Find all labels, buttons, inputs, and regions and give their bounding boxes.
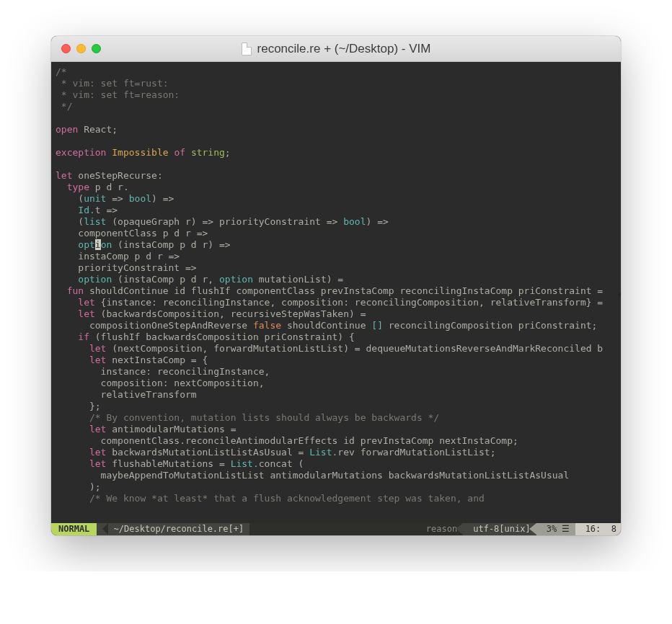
code-line: let oneStepRecurse: bbox=[56, 170, 616, 182]
code-line: /* bbox=[56, 66, 616, 78]
code-line: if (flushIf backwardsComposition priCons… bbox=[56, 331, 616, 343]
encoding-segment: utf-8[unix] bbox=[463, 523, 536, 535]
minimize-button[interactable] bbox=[76, 44, 86, 53]
code-line: compositionOneStepAndReverse false shoul… bbox=[56, 320, 616, 331]
statusbar: NORMAL ~/Desktop/reconcile.re[+] reason … bbox=[51, 523, 621, 535]
file-path: ~/Desktop/reconcile.re[+] bbox=[114, 524, 244, 534]
code-line: fun shouldContinue id flushIf componentC… bbox=[56, 285, 616, 297]
position-segment: 16: 8 bbox=[575, 523, 621, 535]
close-button[interactable] bbox=[61, 44, 71, 53]
resize-handle-icon[interactable] bbox=[615, 286, 621, 303]
code-line: Id.t => bbox=[56, 205, 616, 216]
code-line: composition: nextComposition, bbox=[56, 378, 616, 389]
code-line: /* We know *at least* that a flush ackno… bbox=[56, 493, 616, 504]
code-line: * vim: set ft=rust: bbox=[56, 78, 616, 89]
code-line: maybeAppendToMutationListList antimodula… bbox=[56, 470, 616, 481]
code-line: let {instance: reconcilingInstance, comp… bbox=[56, 297, 616, 308]
path-segment: ~/Desktop/reconcile.re[+] bbox=[97, 523, 249, 535]
code-line bbox=[56, 159, 616, 170]
code-line: option (instaComp p d r, option mutation… bbox=[56, 274, 616, 285]
code-line: relativeTransform bbox=[56, 389, 616, 401]
titlebar: reconcile.re + (~/Desktop) - VIM bbox=[51, 36, 621, 62]
code-line: let nextInstaComp = { bbox=[56, 355, 616, 366]
window-title: reconcile.re + (~/Desktop) - VIM bbox=[257, 42, 431, 56]
code-line bbox=[56, 135, 616, 147]
code-line: let (backwardsComposition, recursiveStep… bbox=[56, 308, 616, 320]
code-line: type p d r. bbox=[56, 182, 616, 193]
code-line: let antimodularMutations = bbox=[56, 424, 616, 435]
traffic-lights bbox=[61, 44, 101, 53]
code-line: instaComp p d r => bbox=[56, 251, 616, 262]
code-line: (list (opaqueGraph r) => priorityConstra… bbox=[56, 216, 616, 228]
code-line: let backwardsMutationListListAsUsual = L… bbox=[56, 447, 616, 458]
percent-segment: 3% ☰ bbox=[536, 523, 576, 535]
mode-segment: NORMAL bbox=[51, 523, 97, 535]
code-line: let flushableMutations = List.concat ( bbox=[56, 458, 616, 470]
code-line: * vim: set ft=reason: bbox=[56, 89, 616, 101]
code-line: componentClass p d r => bbox=[56, 228, 616, 239]
vim-window: reconcile.re + (~/Desktop) - VIM /* * vi… bbox=[51, 36, 621, 535]
code-line: exception Impossible of string; bbox=[56, 147, 616, 159]
code-line: }; bbox=[56, 401, 616, 412]
code-line: ); bbox=[56, 481, 616, 493]
code-line: componentClass.reconcileAntimodularEffec… bbox=[56, 435, 616, 447]
code-line: instance: reconcilingInstance, bbox=[56, 366, 616, 378]
code-line: let (nextComposition, forwardMutationLis… bbox=[56, 343, 616, 355]
maximize-button[interactable] bbox=[92, 44, 101, 53]
code-line: option (instaComp p d r) => bbox=[56, 239, 616, 251]
file-icon bbox=[242, 43, 252, 55]
code-line bbox=[56, 112, 616, 124]
editor-area[interactable]: /* * vim: set ft=rust: * vim: set ft=rea… bbox=[51, 62, 621, 523]
code-line: open React; bbox=[56, 124, 616, 135]
code-line: /* By convention, mutation lists should … bbox=[56, 412, 616, 424]
code-line: (unit => bool) => bbox=[56, 193, 616, 205]
code-line: priorityConstraint => bbox=[56, 262, 616, 274]
code-line: */ bbox=[56, 101, 616, 112]
